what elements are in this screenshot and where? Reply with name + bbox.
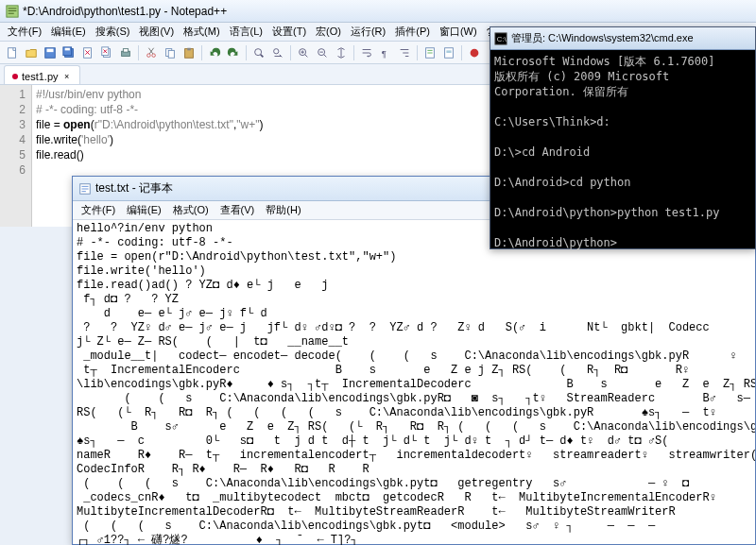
menu-plugins[interactable]: 插件(P) — [391, 23, 434, 41]
cmd-window: C:\ 管理员: C:\Windows\system32\cmd.exe Mic… — [490, 26, 756, 249]
code-string: r"D:\Android\python\test.txt" — [94, 118, 233, 131]
line-number: 1 — [0, 87, 26, 102]
svg-text:C:\: C:\ — [497, 34, 507, 43]
svg-rect-9 — [65, 47, 70, 50]
code-token: file.read — [36, 148, 77, 162]
toolbar-separator — [353, 45, 354, 60]
replace-button[interactable] — [269, 44, 286, 61]
tab-test1-py[interactable]: test1.py × — [4, 65, 80, 84]
svg-rect-46 — [446, 50, 451, 53]
menu-format[interactable]: 格式(M) — [180, 23, 224, 41]
open-file-button[interactable] — [23, 44, 40, 61]
code-token: file — [36, 118, 54, 131]
cut-button[interactable] — [143, 44, 160, 61]
svg-line-33 — [305, 54, 308, 57]
svg-rect-24 — [168, 50, 174, 58]
svg-line-36 — [324, 54, 327, 57]
menu-file[interactable]: 文件(F) — [4, 23, 45, 41]
indent-guide-button[interactable] — [396, 44, 413, 61]
code-token: ) — [80, 148, 84, 162]
svg-rect-1 — [9, 8, 17, 9]
close-all-button[interactable] — [98, 44, 115, 61]
svg-rect-3 — [9, 12, 14, 13]
toolbar-separator — [417, 45, 418, 60]
menu-view[interactable]: 视图(V) — [135, 23, 178, 41]
wordwrap-button[interactable] — [358, 44, 375, 61]
menu-macro[interactable]: 宏(O) — [312, 23, 345, 41]
npp-title-text: *D:\Android\python\test1.py - Notepad++ — [23, 5, 227, 18]
cmd-body[interactable]: Microsoft Windows [版本 6.1.7600] 版权所有 (c)… — [490, 50, 755, 254]
line-number: 5 — [0, 147, 26, 162]
npp-icon — [6, 5, 19, 18]
menu-settings[interactable]: 设置(T) — [268, 23, 310, 41]
np-menu-view[interactable]: 查看(V) — [215, 201, 260, 219]
code-token: open — [60, 118, 91, 131]
toolbar-separator — [290, 45, 291, 60]
zoom-in-button[interactable] — [295, 44, 312, 61]
svg-rect-26 — [187, 47, 191, 50]
svg-point-47 — [471, 48, 479, 57]
line-number: 4 — [0, 132, 26, 147]
line-number: 2 — [0, 102, 26, 117]
svg-point-29 — [274, 48, 279, 53]
line-number: 6 — [0, 162, 26, 178]
toolbar-separator — [201, 45, 202, 60]
copy-button[interactable] — [162, 44, 179, 61]
toolbar-separator — [246, 45, 247, 60]
svg-rect-6 — [47, 48, 54, 52]
menu-run[interactable]: 运行(R) — [347, 23, 389, 41]
code-token: ) — [260, 118, 264, 131]
code-comment: #!/usr/bin/env python — [36, 88, 141, 101]
svg-point-27 — [255, 48, 262, 55]
svg-line-28 — [261, 54, 264, 57]
np-menu-edit[interactable]: 编辑(E) — [122, 201, 166, 219]
line-number: 3 — [0, 117, 26, 132]
np-menu-file[interactable]: 文件(F) — [77, 201, 120, 219]
tab-dirty-icon — [12, 74, 18, 79]
code-string: 'hello' — [81, 133, 110, 146]
menu-window[interactable]: 窗口(W) — [436, 23, 481, 41]
code-token: = — [54, 118, 60, 131]
save-all-button[interactable] — [60, 44, 77, 61]
tab-close-icon[interactable]: × — [62, 72, 72, 81]
menu-edit[interactable]: 编辑(E) — [47, 23, 90, 41]
npp-titlebar: *D:\Android\python\test1.py - Notepad++ — [0, 0, 756, 23]
svg-point-19 — [147, 53, 151, 57]
doc-map-button[interactable] — [440, 44, 457, 61]
code-comment: # -*- coding: utf-8 -*- — [36, 103, 138, 116]
record-macro-button[interactable] — [466, 44, 483, 61]
save-button[interactable] — [42, 44, 59, 61]
notepad-body[interactable]: hello^?in/env python # -*- coding: utf-8… — [73, 220, 755, 545]
svg-rect-18 — [123, 48, 128, 52]
find-button[interactable] — [250, 44, 267, 61]
new-file-button[interactable] — [4, 44, 21, 61]
undo-button[interactable] — [206, 44, 223, 61]
svg-line-21 — [149, 47, 153, 53]
cmd-title-text: 管理员: C:\Windows\system32\cmd.exe — [511, 31, 694, 45]
menu-search[interactable]: 搜索(S) — [92, 23, 134, 41]
paste-button[interactable] — [180, 44, 198, 61]
toolbar-separator — [461, 45, 462, 60]
code-token: ) — [110, 133, 113, 146]
line-gutter: 1 2 3 4 5 6 — [0, 85, 32, 227]
print-button[interactable] — [117, 44, 134, 61]
close-file-button[interactable] — [79, 44, 96, 61]
svg-rect-2 — [9, 10, 17, 11]
tab-label: test1.py — [22, 71, 59, 82]
np-menu-format[interactable]: 格式(O) — [168, 201, 214, 219]
code-string: "w+" — [236, 118, 259, 131]
svg-rect-4 — [9, 47, 16, 58]
function-list-button[interactable] — [421, 44, 438, 61]
svg-line-22 — [148, 47, 152, 53]
sync-scroll-button[interactable] — [333, 44, 350, 61]
show-all-chars-button[interactable]: ¶ — [377, 44, 394, 61]
redo-button[interactable] — [225, 44, 242, 61]
zoom-out-button[interactable] — [314, 44, 331, 61]
cmd-titlebar[interactable]: C:\ 管理员: C:\Windows\system32\cmd.exe — [490, 27, 755, 50]
notepad-icon — [78, 182, 92, 196]
toolbar-separator — [138, 45, 139, 60]
code-token: file.write — [36, 133, 77, 146]
svg-text:¶: ¶ — [382, 47, 387, 58]
np-menu-help[interactable]: 帮助(H) — [261, 201, 305, 219]
menu-language[interactable]: 语言(L) — [226, 23, 266, 41]
